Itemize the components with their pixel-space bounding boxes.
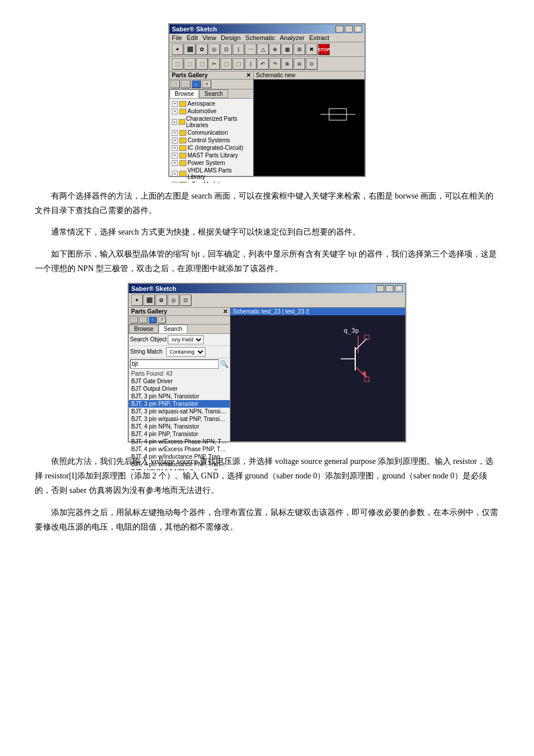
expand-vhdl[interactable]: + (172, 171, 178, 177)
bjt-item-8[interactable]: BJT, 4 pin w/Excess Phase NPN, Transisto… (129, 438, 230, 445)
bottom-pg-btn-info[interactable]: i (149, 316, 157, 323)
toolbar-btn-3[interactable]: ✿ (196, 44, 208, 55)
close-button[interactable]: ✕ (354, 26, 362, 33)
bottom-toolbar-b1[interactable]: ✦ (131, 294, 143, 306)
expand-characterized[interactable]: + (172, 119, 177, 125)
bjt-search-input[interactable] (130, 359, 219, 369)
paragraph-3: 如下图所示，输入双极型晶体管的缩写 bjt，回车确定，列表中显示所有含有关键字 … (35, 247, 499, 276)
menu-view[interactable]: View (203, 34, 217, 41)
search-object-select[interactable]: Any Field (168, 335, 204, 344)
expand-aerospace[interactable]: + (172, 101, 178, 107)
menu-schematic[interactable]: Schematic (246, 34, 275, 41)
string-match-select[interactable]: Containing (166, 347, 205, 357)
parts-item-aerospace[interactable]: + Aerospace (171, 100, 252, 107)
parts-item-automotive[interactable]: + Automotive (171, 107, 252, 115)
toolbar-btn-1[interactable]: ✦ (172, 44, 183, 55)
bjt-item-5[interactable]: BJT, 3 pin w/quasi-sat PNP, Transistor (129, 415, 230, 423)
bjt-item-2[interactable]: BJT, 3 pin NPN, Transistor (129, 393, 230, 400)
expand-mast[interactable]: + (172, 153, 178, 159)
bjt-item-9[interactable]: BJT, 4 pin w/Excess Phase PNP, Transisto… (129, 445, 230, 453)
toolbar-btn-a12[interactable]: ⊙ (306, 58, 317, 70)
expand-ic[interactable]: + (172, 145, 178, 151)
expand-control[interactable]: + (172, 138, 178, 143)
expand-iqbus[interactable]: + (172, 182, 178, 183)
bottom-pg-btn-2[interactable]: ⬚ (139, 316, 147, 323)
paragraph-2: 通常情况下，选择 search 方式更为快捷，根据关键字可以快速定位到自己想要的… (35, 225, 499, 239)
parts-item-power[interactable]: + Power System (171, 159, 252, 167)
toolbar-btn-a2[interactable]: ⬚ (184, 58, 196, 70)
parts-gallery-close[interactable]: ✕ (246, 72, 251, 78)
toolbar-btn-12[interactable]: ✖ (306, 44, 317, 55)
bjt-item-4[interactable]: BJT, 3 pin w/quasi-sat NPN, Transistor (129, 408, 230, 415)
bjt-item-7[interactable]: BJT, 4 pin PNP, Transistor (129, 430, 230, 438)
pg-btn-info[interactable]: i (192, 80, 201, 88)
bottom-pg-btn-1[interactable]: ⬚ (130, 316, 138, 323)
toolbar-btn-a11[interactable]: ⊖ (294, 58, 305, 70)
parts-item-characterized[interactable]: + Characterized Parts Libraries (171, 115, 252, 129)
bottom-close[interactable]: ✕ (395, 285, 403, 292)
parts-item-control[interactable]: + Control Systems (171, 136, 252, 144)
bottom-toolbar-b3[interactable]: ✿ (156, 294, 167, 306)
menu-design[interactable]: Design (221, 34, 240, 41)
toolbar-btn-a6[interactable]: ⬚ (233, 58, 244, 70)
toolbar-btn-9[interactable]: ⊕ (269, 44, 281, 55)
menu-analyzer[interactable]: Analyzer (280, 34, 305, 41)
search-tab[interactable]: Search (199, 89, 228, 98)
toolbar-btn-4[interactable]: ◎ (208, 44, 220, 55)
bottom-toolbar-b4[interactable]: ◎ (168, 294, 179, 306)
win-controls: _ □ ✕ (335, 26, 362, 33)
bottom-browse-tab[interactable]: Browse (129, 325, 158, 333)
search-icon[interactable]: 🔍 (220, 360, 229, 368)
menu-extract[interactable]: Extract (309, 34, 329, 41)
toolbar-btn-11[interactable]: ⊞ (294, 44, 305, 55)
bottom-toolbar-b5[interactable]: ⊡ (180, 294, 192, 306)
folder-icon-characterized (179, 119, 185, 125)
parts-item-iqbus[interactable]: + iqBus Models (171, 181, 252, 183)
pg-btn-1[interactable]: ⬚ (171, 80, 180, 88)
bjt-item-3[interactable]: BJT, 3 pin PNP, Transistor (129, 400, 230, 408)
bottom-minimize[interactable]: _ (376, 285, 384, 292)
pg-btn-help[interactable]: ? (202, 80, 211, 88)
toolbar-btn-a7[interactable]: | (245, 58, 257, 70)
toolbar-btn-a1[interactable]: ⬚ (172, 58, 183, 70)
top-screenshot: Saber® Sketch _ □ ✕ File Edit View Desig… (168, 23, 366, 177)
menu-file[interactable]: File (172, 34, 182, 41)
parts-item-communication[interactable]: + Communication (171, 129, 252, 136)
bottom-toolbar-b2[interactable]: ⬛ (143, 294, 155, 306)
bjt-item-6[interactable]: BJT, 4 pin NPN, Transistor (129, 423, 230, 430)
parts-item-ic[interactable]: + IC (Integrated-Circuit) (171, 144, 252, 152)
toolbar-btn-stop[interactable]: STOP (318, 44, 330, 55)
toolbar-btn-2[interactable]: ⬛ (184, 44, 196, 55)
top-win-titlebar: Saber® Sketch _ □ ✕ (169, 24, 365, 34)
toolbar-btn-6[interactable]: | (233, 44, 244, 55)
toolbar-btn-5[interactable]: ⊡ (221, 44, 232, 55)
bottom-search-tab[interactable]: Search (158, 325, 187, 333)
parts-item-vhdl[interactable]: + VHDL AMS Parts Library (171, 167, 252, 181)
maximize-button[interactable]: □ (345, 26, 353, 33)
bjt-item-1[interactable]: BJT Output Driver (129, 385, 230, 393)
bottom-pg-btn-help[interactable]: ? (158, 316, 166, 323)
expand-communication[interactable]: + (172, 130, 178, 136)
toolbar-btn-a8[interactable]: ↶ (257, 58, 269, 70)
expand-automotive[interactable]: + (172, 109, 178, 114)
toolbar-btn-10[interactable]: ▦ (282, 44, 293, 55)
bottom-maximize[interactable]: □ (385, 285, 394, 292)
pg-btn-2[interactable]: ⬚ (181, 80, 190, 88)
bjt-item-0[interactable]: BJT Gate Driver (129, 377, 230, 385)
expand-power[interactable]: + (172, 160, 178, 166)
minimize-button[interactable]: _ (335, 26, 344, 33)
toolbar-btn-8[interactable]: △ (257, 44, 269, 55)
toolbar-btn-7[interactable]: ⋯ (245, 44, 257, 55)
parts-item-mast[interactable]: + MAST Parts Library (171, 152, 252, 159)
parts-list: + Aerospace + Automotive + Characterized… (169, 99, 253, 183)
svg-text:q_3p: q_3p (344, 327, 359, 334)
bottom-parts-gallery-close[interactable]: ✕ (223, 308, 228, 315)
toolbar-btn-a4[interactable]: ✂ (208, 58, 220, 70)
browse-tab[interactable]: Browse (169, 89, 199, 98)
toolbar-btn-a5[interactable]: ⬚ (221, 58, 232, 70)
toolbar-btn-a9[interactable]: ↷ (269, 58, 281, 70)
toolbar-btn-a3[interactable]: ⬚ (196, 58, 208, 70)
menu-edit[interactable]: Edit (187, 34, 198, 41)
paragraph-4: 依照此方法，我们先后输入 voltage source 查找电压源，并选择 vo… (35, 454, 499, 498)
toolbar-btn-a10[interactable]: ⊕ (282, 58, 293, 70)
